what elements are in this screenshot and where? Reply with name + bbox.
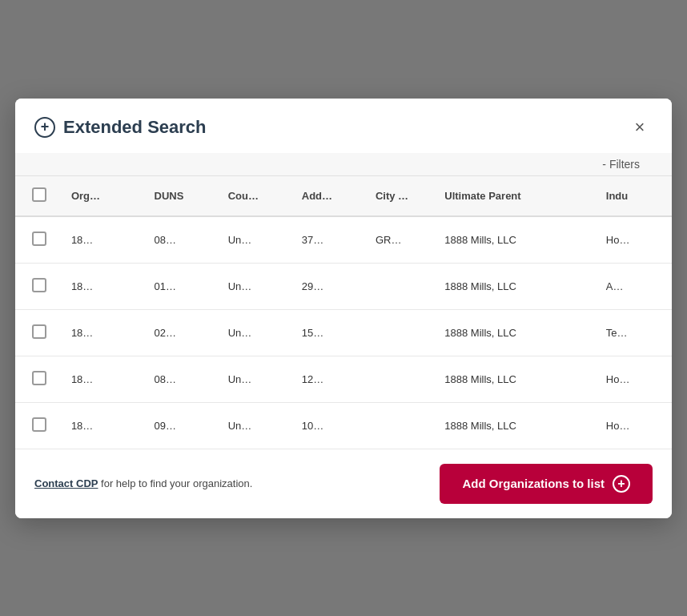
table-header-row: Org… DUNS Cou… Add… bbox=[15, 176, 672, 216]
table-row: 18…08…Un…12…1888 Mills, LLCHo… bbox=[15, 356, 672, 402]
add-button-label: Add Organizations to list bbox=[462, 477, 605, 490]
cell-org: 18… bbox=[63, 263, 147, 309]
col-header-parent: Ultimate Parent bbox=[436, 176, 598, 216]
table-row: 18…01…Un…29…1888 Mills, LLCA… bbox=[15, 263, 672, 309]
cell-country: Un… bbox=[220, 216, 294, 264]
cell-industry: Ho… bbox=[598, 356, 672, 402]
footer-help-text: Contact CDP for help to find your organi… bbox=[34, 477, 252, 489]
row-checkbox-cell bbox=[15, 309, 63, 356]
cell-city bbox=[368, 402, 436, 449]
cell-org: 18… bbox=[63, 216, 147, 264]
extended-search-icon: + bbox=[34, 117, 55, 138]
row-checkbox-cell bbox=[15, 402, 63, 449]
cell-parent: 1888 Mills, LLC bbox=[436, 216, 598, 264]
row-checkbox-cell bbox=[15, 263, 63, 309]
cell-org: 18… bbox=[63, 309, 147, 356]
col-header-address: Add… bbox=[294, 176, 368, 216]
extended-search-modal: + Extended Search × - Filters bbox=[15, 99, 672, 518]
modal-footer: Contact CDP for help to find your organi… bbox=[15, 449, 672, 518]
row-checkbox[interactable] bbox=[32, 417, 46, 432]
cell-duns: 08… bbox=[147, 216, 220, 264]
add-button-icon: + bbox=[613, 475, 630, 493]
cell-industry: Te… bbox=[598, 309, 672, 356]
col-header-duns: DUNS bbox=[147, 176, 220, 216]
col-header-city: City … bbox=[368, 176, 436, 216]
modal-header: + Extended Search × bbox=[15, 99, 672, 153]
row-checkbox[interactable] bbox=[32, 232, 46, 246]
row-checkbox[interactable] bbox=[32, 324, 46, 339]
row-checkbox[interactable] bbox=[32, 371, 46, 385]
cell-city bbox=[368, 309, 436, 356]
row-checkbox[interactable] bbox=[32, 278, 46, 292]
filter-bar: - Filters bbox=[15, 153, 672, 176]
cell-country: Un… bbox=[220, 356, 294, 402]
cell-address: 12… bbox=[294, 356, 368, 402]
col-header-check bbox=[15, 176, 63, 216]
cell-address: 15… bbox=[294, 309, 368, 356]
add-organizations-button[interactable]: Add Organizations to list + bbox=[440, 464, 653, 504]
cell-country: Un… bbox=[220, 402, 294, 449]
cell-duns: 08… bbox=[147, 356, 220, 402]
cell-parent: 1888 Mills, LLC bbox=[436, 402, 598, 449]
col-header-org: Org… bbox=[63, 176, 147, 216]
cell-industry: Ho… bbox=[598, 402, 672, 449]
cell-parent: 1888 Mills, LLC bbox=[436, 356, 598, 402]
cell-address: 37… bbox=[294, 216, 368, 264]
modal-overlay: + Extended Search × - Filters bbox=[0, 0, 687, 616]
table-row: 18…02…Un…15…1888 Mills, LLCTe… bbox=[15, 309, 672, 356]
close-button[interactable]: × bbox=[627, 115, 653, 140]
cell-industry: A… bbox=[598, 263, 672, 309]
cell-city bbox=[368, 356, 436, 402]
col-header-country: Cou… bbox=[220, 176, 294, 216]
table-wrapper: Org… DUNS Cou… Add… bbox=[15, 176, 672, 449]
cell-parent: 1888 Mills, LLC bbox=[436, 309, 598, 356]
cell-address: 10… bbox=[294, 402, 368, 449]
table-scroll-area[interactable]: Org… DUNS Cou… Add… bbox=[15, 176, 672, 449]
table-row: 18…08…Un…37…GR…1888 Mills, LLCHo… bbox=[15, 216, 672, 264]
results-table: Org… DUNS Cou… Add… bbox=[15, 176, 672, 449]
cell-address: 29… bbox=[294, 263, 368, 309]
table-row: 18…09…Un…10…1888 Mills, LLCHo… bbox=[15, 402, 672, 449]
cell-city: GR… bbox=[368, 216, 436, 264]
contact-cdp-link[interactable]: Contact CDP bbox=[34, 477, 98, 489]
cell-org: 18… bbox=[63, 402, 147, 449]
select-all-checkbox[interactable] bbox=[32, 187, 46, 202]
col-header-industry: Indu bbox=[598, 176, 672, 216]
cell-country: Un… bbox=[220, 263, 294, 309]
cell-duns: 09… bbox=[147, 402, 220, 449]
filter-label[interactable]: - Filters bbox=[602, 158, 640, 171]
cell-parent: 1888 Mills, LLC bbox=[436, 263, 598, 309]
cell-city bbox=[368, 263, 436, 309]
row-checkbox-cell bbox=[15, 356, 63, 402]
modal-title: Extended Search bbox=[63, 117, 627, 138]
cell-duns: 01… bbox=[147, 263, 220, 309]
cell-duns: 02… bbox=[147, 309, 220, 356]
row-checkbox-cell bbox=[15, 216, 63, 264]
cell-industry: Ho… bbox=[598, 216, 672, 264]
cell-org: 18… bbox=[63, 356, 147, 402]
cell-country: Un… bbox=[220, 309, 294, 356]
